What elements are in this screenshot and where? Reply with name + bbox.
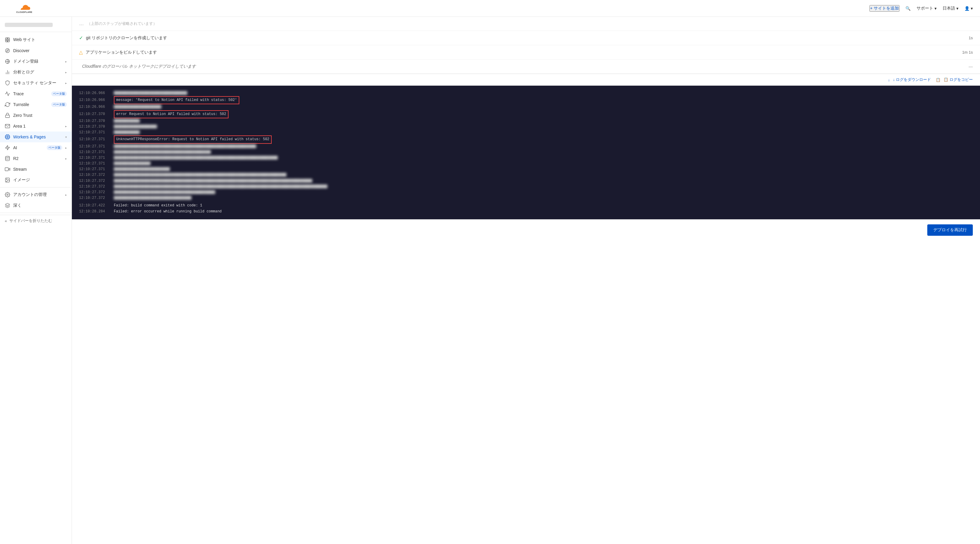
sidebar-account [0,21,72,32]
step-time: 1m 1s [963,50,973,54]
log-line: 12:10:27.370 ████████████ [79,118,973,124]
beta-badge: ベータ版 [47,145,62,150]
beta-badge: ベータ版 [51,91,67,96]
copy-log-label: 📋 ログをコピー [943,77,973,83]
check-icon: ✓ [79,35,83,41]
sidebar-item-label: Web サイト [13,37,67,43]
retry-deploy-button[interactable]: デプロイを再試行 [927,224,973,236]
log-line: 12:10:27.371 UnknownHTTPResponseError: R… [79,135,973,143]
log-time: 12:10:27.372 [79,184,109,189]
log-time: 12:10:27.372 [79,189,109,195]
log-line: 12:10:27.371 ████████████ [79,130,973,135]
search-button[interactable]: 🔍 [905,6,910,11]
bar-chart-icon [5,70,10,75]
activity-icon [5,91,10,97]
sidebar-item-account-mgmt[interactable]: アカウントの管理 ▸ [0,189,72,200]
log-time: 12:10:27.370 [79,124,109,130]
refresh-icon [5,102,10,107]
sidebar-item-label: Zero Trust [13,113,67,118]
log-content: ██████████████████████ [114,104,973,110]
sidebar-item-r2[interactable]: R2 ▸ [0,153,72,164]
svg-rect-6 [6,135,9,139]
chevron-right-icon: ▸ [65,146,67,150]
database-icon [5,156,10,161]
download-log-button[interactable]: ↓ ↓ ログをダウンロード [888,77,931,83]
sidebar-item-stream[interactable]: Stream [0,164,72,175]
sidebar-item-label: 分析とログ [13,70,62,75]
log-content: ████████████████████████████████████████… [114,172,973,178]
log-error-content: message: 'Request to Notion API failed w… [114,96,239,104]
main-content: … （上部のステップが省略されています） ✓ git リポジトリのクローンを作成… [72,17,980,544]
svg-text:CLOUDFLARE: CLOUDFLARE [16,11,32,13]
log-footer: デプロイを再試行 [72,219,980,240]
lang-label: 日本語 [943,6,955,11]
build-step-2: Cloudflare のグローバル ネットワークにデプロイしています — [72,60,980,74]
settings-icon [5,192,10,197]
log-line: 12:10:27.370 ████████████████████ [79,124,973,130]
log-content: ████████████████████████████████████████… [114,189,973,195]
log-time: 12:10:27.371 [79,144,109,150]
log-line: 12:10:27.372 ███████████████████████████… [79,172,973,178]
compass-icon [5,48,10,53]
sidebar-item-workers[interactable]: Workers & Pages ▾ [0,132,72,142]
sidebar-divider-bottom [0,213,72,213]
svg-point-14 [7,194,8,196]
log-line: 12:10:27.370 error Request to Notion API… [79,110,973,118]
log-line: 12:10:27.372 ███████████████████████████… [79,178,973,184]
shield-icon [5,80,10,86]
log-content: ████████████████████████████████████████… [114,184,973,189]
log-content: Failed: error occurred while running bui… [114,209,973,215]
log-content: ██████████████████████████ [114,167,973,172]
sidebar-item-zerotrust[interactable]: Zero Trust [0,110,72,121]
log-content: █████████████████ [114,161,973,167]
sidebar-item-label: Discover [13,48,67,53]
sidebar-item-trace[interactable]: Trace ベータ版 [0,88,72,99]
sidebar-item-web[interactable]: Web サイト [0,35,72,45]
sidebar-item-label: 深く [13,203,67,208]
svg-marker-10 [8,168,10,170]
sidebar-item-discover[interactable]: Discover [0,45,72,56]
retry-label: デプロイを再試行 [933,227,967,232]
sidebar-item-label: セキュリティ センター [13,80,62,86]
sidebar-item-image[interactable]: イメージ [0,175,72,185]
log-line: 12:10:27.372 ███████████████████████████… [79,195,973,201]
sidebar-divider [0,187,72,188]
log-line: 12:10:28.284 Failed: error occurred whil… [79,209,973,215]
chevron-right-icon: ▸ [65,81,67,85]
step-text: Cloudflare のグローバル ネットワークにデプロイしています [82,64,196,69]
sidebar-item-label: AI [13,145,44,150]
step-text: アプリケーションをビルドしています [86,50,157,55]
log-time: 12:10:27.371 [79,161,109,167]
sidebar-item-area1[interactable]: Area 1 ▸ [0,121,72,132]
log-toolbar: ↓ ↓ ログをダウンロード 📋 📋 ログをコピー [72,74,980,86]
topnav-actions: + サイトを追加 🔍 サポート ▾ 日本語 ▾ 👤 ▾ [869,5,973,12]
build-steps: … （上部のステップが省略されています） ✓ git リポジトリのクローンを作成… [72,17,980,74]
logo: CLOUDFLARE [7,3,43,14]
svg-point-13 [6,179,7,180]
sidebar-collapse-button[interactable]: « サイドバーを折りたたむ [0,215,72,226]
account-button[interactable]: 👤 ▾ [964,6,973,11]
step-time: — [969,64,973,69]
sidebar-item-analytics[interactable]: 分析とログ ▸ [0,67,72,78]
lang-button[interactable]: 日本語 ▾ [943,6,958,11]
layers-icon [5,203,10,208]
sidebar-item-security[interactable]: セキュリティ センター ▸ [0,78,72,88]
mail-icon [5,123,10,129]
copy-log-button[interactable]: 📋 📋 ログをコピー [935,77,973,83]
svg-point-9 [5,156,10,158]
log-line: 12:10:27.371 ███████████████████████████… [79,150,973,155]
build-step-0: ✓ git リポジトリのクローンを作成しています 1s [72,31,980,45]
log-body: 12:10:26.966 ███████████████████████████… [72,86,980,219]
add-site-button[interactable]: + サイトを追加 [869,5,899,12]
topnav: CLOUDFLARE + サイトを追加 🔍 サポート ▾ 日本語 ▾ 👤 ▾ [0,0,980,17]
sidebar-item-ai[interactable]: AI ベータ版 ▸ [0,142,72,153]
support-button[interactable]: サポート ▾ [916,6,937,11]
log-time: 12:10:27.422 [79,203,109,208]
sidebar-item-deep[interactable]: 深く [0,200,72,211]
build-step-1: △ アプリケーションをビルドしています 1m 1s [72,45,980,60]
step-text: git リポジトリのクローンを作成しています [86,35,167,41]
beta-badge: ベータ版 [51,102,67,107]
sidebar-item-turnstile[interactable]: Turnstile ベータ版 [0,99,72,110]
log-time: 12:10:27.371 [79,167,109,172]
sidebar-item-domain[interactable]: ドメイン登録 ▸ [0,56,72,67]
